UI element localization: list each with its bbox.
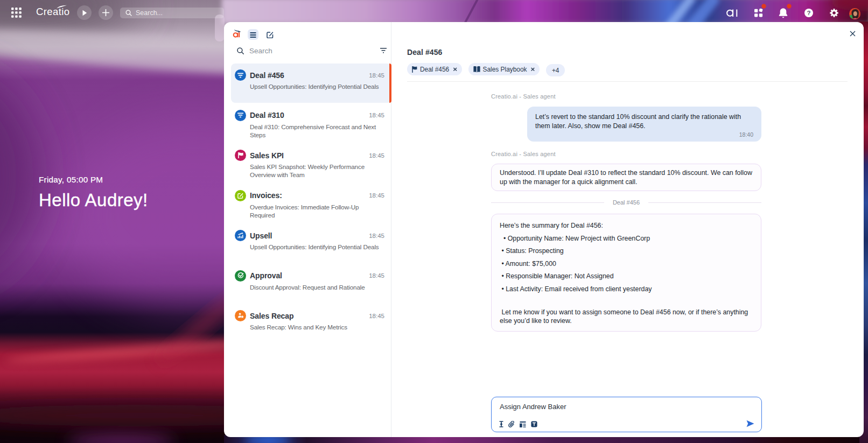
svg-text:?: ? bbox=[807, 10, 810, 16]
